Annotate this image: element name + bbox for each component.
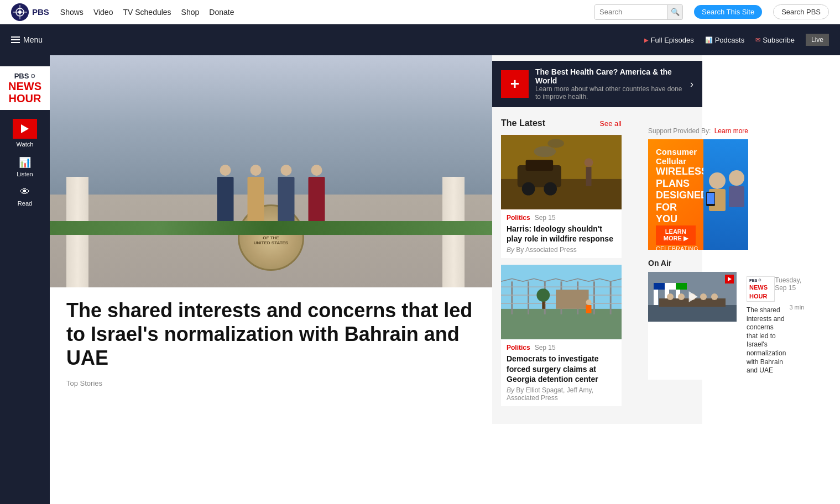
- cc-slogan: WIRELESS PLANS DESIGNED FOR YOU: [656, 166, 696, 225]
- read-section[interactable]: 👁 Read: [18, 186, 32, 207]
- nav-video[interactable]: Video: [93, 8, 113, 17]
- svg-point-32: [709, 172, 726, 189]
- cc-people-illustration: [698, 164, 748, 225]
- logo-pbs-icon: ⊙: [30, 72, 35, 80]
- learn-more-link[interactable]: Learn more: [714, 127, 748, 135]
- figure-2: [248, 165, 264, 221]
- politics-tag-1[interactable]: Politics: [507, 214, 530, 222]
- nav-tv-schedules[interactable]: TV Schedules: [123, 8, 171, 17]
- pbs-logo[interactable]: PBS: [11, 3, 49, 21]
- nav-subscribe[interactable]: ✉ Subscribe: [755, 36, 795, 44]
- on-air-play-icon: [689, 291, 698, 302]
- figure-head-2: [251, 165, 262, 176]
- on-air-logo-box: PBS ⊙ NEWS HOUR: [747, 276, 775, 302]
- wildfire-image: [501, 135, 622, 209]
- red-cross-ad[interactable]: The Best Health Care? America & the Worl…: [492, 61, 702, 107]
- news-card-1-title: Harris: Ideology shouldn't play role in …: [507, 224, 616, 244]
- on-air-news-text: NEWS: [749, 284, 768, 291]
- svg-point-48: [678, 293, 685, 300]
- search-icon-button[interactable]: 🔍: [667, 5, 682, 19]
- svg-point-29: [536, 289, 550, 302]
- newshour-logo-box[interactable]: PBS ⊙ NEWS HOUR: [0, 66, 50, 110]
- search-pbs-button[interactable]: Search PBS: [773, 4, 829, 19]
- svg-point-10: [544, 182, 557, 196]
- figure-head-1: [220, 165, 231, 176]
- live-button[interactable]: Live: [806, 34, 829, 46]
- figure-1: [217, 165, 234, 221]
- menu-button[interactable]: Menu: [11, 35, 43, 44]
- logo-pbs-text: PBS: [14, 72, 29, 80]
- search-this-site-button[interactable]: Search This Site: [694, 5, 762, 19]
- latest-section-title: The Latest: [501, 118, 545, 128]
- newshour-header: Menu ▶ Full Episodes 📊 Podcasts ✉ Subscr…: [0, 24, 840, 55]
- svg-point-13: [534, 146, 556, 157]
- news-card-2: Politics Sep 15 Democrats to investigate…: [501, 265, 622, 406]
- news-card-2-title: Democrats to investigate forced surgery …: [507, 354, 616, 384]
- triangle-icon: ▶: [644, 37, 649, 43]
- nav-full-episodes[interactable]: ▶ Full Episodes: [644, 36, 694, 44]
- svg-rect-8: [526, 160, 554, 171]
- news-card-1-meta: Politics Sep 15: [507, 214, 616, 222]
- svg-rect-41: [654, 283, 665, 290]
- cc-learn-more-btn[interactable]: LEARN MORE ▶: [656, 225, 696, 245]
- svg-point-11: [585, 158, 593, 167]
- see-all-link[interactable]: See all: [599, 119, 622, 128]
- nav-donate[interactable]: Donate: [209, 8, 234, 17]
- on-air-info: PBS ⊙ NEWS HOUR Tuesday, Sep 15: [742, 272, 808, 380]
- nav-shop[interactable]: Shop: [181, 8, 200, 17]
- top-navigation: PBS Shows Video TV Schedules Shop Donate…: [0, 0, 840, 24]
- svg-point-47: [667, 293, 674, 300]
- on-air-description: The shared interests and concerns that l…: [747, 306, 786, 375]
- on-air-pbs-text: PBS: [749, 279, 757, 282]
- figure-3: [278, 165, 295, 221]
- search-input[interactable]: [595, 5, 667, 19]
- hamburger-icon: [11, 36, 20, 43]
- figure-body-2: [248, 177, 264, 221]
- mail-icon: ✉: [755, 36, 760, 44]
- cc-years: CELEBRATING25 YEARSOF SERVICE: [656, 245, 696, 250]
- sidebar-columns: The Latest See all: [492, 113, 702, 418]
- nav-podcasts[interactable]: 📊 Podcasts: [705, 36, 744, 44]
- listen-section[interactable]: 📊 Listen: [17, 156, 33, 177]
- consumer-ad-right: [703, 139, 748, 250]
- hero-image: PRESIDENTOF THEUNITED STATES: [50, 55, 492, 287]
- logo-news-text: NEWS: [8, 80, 41, 92]
- play-icon: [21, 124, 29, 133]
- support-title: Support Provided By:: [648, 127, 711, 135]
- svg-rect-37: [707, 193, 714, 204]
- ad-arrow-icon: ›: [690, 78, 693, 90]
- on-air-video-thumbnail[interactable]: [648, 272, 737, 322]
- menu-label: Menu: [23, 35, 43, 44]
- pbs-logo-icon: [11, 3, 29, 21]
- newshour-nav-links: ▶ Full Episodes 📊 Podcasts ✉ Subscribe L…: [644, 34, 829, 46]
- consumer-cellular-ad[interactable]: Consumer Cellular WIRELESS PLANS DESIGNE…: [648, 139, 748, 250]
- play-button[interactable]: [13, 119, 37, 139]
- svg-point-51: [711, 293, 718, 300]
- svg-point-14: [547, 139, 564, 148]
- news-card-2-meta: Politics Sep 15: [507, 344, 616, 351]
- svg-rect-12: [586, 167, 592, 186]
- on-air-hour-text: HOUR: [749, 293, 767, 300]
- left-sidebar: PBS ⊙ NEWS HOUR Watch 📊 Listen 👁 Read: [0, 55, 50, 504]
- search-form: 🔍: [594, 4, 683, 20]
- read-label: Read: [18, 200, 32, 207]
- nav-shows[interactable]: Shows: [60, 8, 84, 17]
- svg-rect-35: [729, 186, 744, 207]
- news-card-2-byline: By By Elliot Spagat, Jeff Amy, Associate…: [507, 386, 616, 402]
- logo-hour-text: HOUR: [9, 92, 41, 104]
- svg-rect-45: [676, 283, 687, 290]
- figures-group: [217, 165, 325, 221]
- news-card-1: Politics Sep 15 Harris: Ideology shouldn…: [501, 135, 622, 258]
- date-2: Sep 15: [535, 344, 556, 351]
- pbs-logo-text: PBS: [32, 7, 49, 17]
- podcasts-label: Podcasts: [715, 36, 744, 44]
- figure-head-4: [311, 165, 322, 176]
- svg-point-30: [586, 300, 592, 305]
- svg-point-9: [522, 182, 535, 196]
- on-air-card: PBS ⊙ NEWS HOUR Tuesday, Sep 15: [648, 272, 748, 380]
- svg-point-50: [700, 293, 707, 300]
- full-episodes-label: Full Episodes: [651, 36, 694, 44]
- on-air-title: On Air: [648, 259, 748, 267]
- watch-label: Watch: [17, 141, 34, 148]
- politics-tag-2[interactable]: Politics: [507, 344, 530, 351]
